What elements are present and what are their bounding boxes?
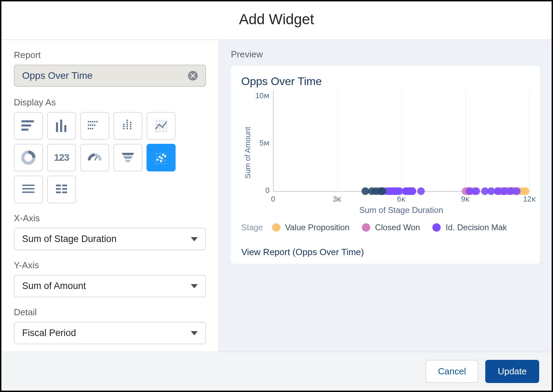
x-tick: 9ᴋ xyxy=(461,195,470,204)
svg-rect-25 xyxy=(126,120,128,121)
y-axis-ticks: 10ᴍ 5ᴍ 0 xyxy=(252,91,273,195)
horizontal-bar-icon xyxy=(20,118,37,134)
data-point xyxy=(513,187,521,195)
data-point xyxy=(472,187,480,195)
y-axis-label: Y-Axis xyxy=(14,260,206,271)
data-point xyxy=(522,187,529,195)
legend-label: Id. Decision Mak xyxy=(446,223,507,232)
svg-rect-15 xyxy=(88,128,89,129)
chart-type-table-lines[interactable] xyxy=(14,176,43,203)
report-value: Opps Over Time xyxy=(22,70,93,81)
line-chart-icon xyxy=(153,118,169,134)
svg-point-51 xyxy=(159,156,161,158)
svg-rect-5 xyxy=(64,125,66,132)
x-tick: 3ᴋ xyxy=(333,195,341,204)
svg-rect-12 xyxy=(90,124,91,126)
legend-swatch xyxy=(432,223,441,232)
svg-rect-2 xyxy=(21,129,28,131)
x-axis-title: Sum of Stage Duration xyxy=(273,205,529,215)
svg-rect-1 xyxy=(21,124,31,127)
report-select[interactable]: Opps Over Time xyxy=(14,65,206,87)
svg-rect-0 xyxy=(21,120,34,122)
scatter-icon xyxy=(153,149,169,166)
config-panel: Report Opps Over Time Display As xyxy=(1,40,219,352)
chart-type-line[interactable] xyxy=(147,112,176,140)
svg-rect-20 xyxy=(123,124,124,125)
x-axis-label: X-Axis xyxy=(14,213,206,224)
funnel-icon xyxy=(120,149,136,166)
svg-point-52 xyxy=(161,157,163,159)
chart-type-scatter[interactable] xyxy=(147,144,176,171)
legend-title: Stage xyxy=(241,223,263,232)
view-report-link[interactable]: View Report (Opps Over Time) xyxy=(241,247,529,258)
modal-title: Add Widget xyxy=(1,1,552,40)
chart-type-gauge[interactable] xyxy=(80,144,109,171)
preview-card: Opps Over Time Sum of Amount 10ᴍ 5ᴍ 0 03… xyxy=(231,66,540,264)
svg-rect-14 xyxy=(94,124,95,126)
chevron-down-icon xyxy=(191,237,198,241)
chart-legend: Stage Value Proposition Closed Won Id. D… xyxy=(241,223,529,232)
svg-rect-61 xyxy=(56,188,61,190)
chart-type-metric[interactable]: 123 xyxy=(47,144,76,171)
svg-rect-29 xyxy=(130,122,131,123)
chart-type-stacked-hbar[interactable] xyxy=(80,112,109,140)
svg-rect-21 xyxy=(126,128,128,129)
legend-swatch xyxy=(272,223,280,232)
chart-type-vertical-bar[interactable] xyxy=(47,112,76,140)
modal-body: Report Opps Over Time Display As xyxy=(1,40,552,352)
table-grid-icon xyxy=(53,181,70,198)
svg-rect-27 xyxy=(130,126,131,127)
close-icon xyxy=(190,73,195,78)
chart-type-table-grid[interactable] xyxy=(47,176,76,203)
svg-rect-4 xyxy=(60,120,62,132)
x-tick: 6ᴋ xyxy=(397,195,405,204)
svg-rect-3 xyxy=(56,122,58,132)
update-button[interactable]: Update xyxy=(485,360,539,383)
svg-point-55 xyxy=(160,160,162,162)
x-axis-select[interactable]: Sum of Stage Duration xyxy=(14,228,206,250)
y-tick: 10ᴍ xyxy=(252,91,270,100)
stacked-hbar-icon xyxy=(86,118,103,134)
y-tick: 5ᴍ xyxy=(252,139,270,148)
clear-report-button[interactable] xyxy=(188,71,198,81)
data-point xyxy=(387,187,395,195)
donut-chart-icon xyxy=(20,149,37,166)
legend-label: Closed Won xyxy=(375,223,420,232)
detail-select[interactable]: Fiscal Period xyxy=(14,322,206,344)
data-point xyxy=(417,187,425,195)
add-widget-modal: Add Widget Report Opps Over Time Display… xyxy=(0,0,553,392)
chart-type-horizontal-bar[interactable] xyxy=(14,112,43,140)
svg-marker-40 xyxy=(122,153,134,155)
y-axis-select[interactable]: Sum of Amount xyxy=(14,275,206,297)
svg-rect-22 xyxy=(126,126,128,127)
svg-rect-64 xyxy=(62,192,67,193)
svg-point-53 xyxy=(162,154,164,156)
svg-line-39 xyxy=(95,157,97,160)
chart-type-funnel[interactable] xyxy=(113,144,142,171)
chevron-down-icon xyxy=(191,284,198,288)
svg-rect-60 xyxy=(62,185,67,186)
svg-rect-24 xyxy=(126,122,128,123)
x-tick: 12ᴋ xyxy=(523,195,536,204)
x-tick: 0 xyxy=(271,195,275,204)
modal-footer: Cancel Update xyxy=(1,352,552,391)
legend-label: Value Proposition xyxy=(285,223,349,232)
svg-rect-10 xyxy=(96,121,97,122)
chart-type-donut[interactable] xyxy=(14,144,43,171)
svg-rect-16 xyxy=(90,128,91,129)
x-axis-value: Sum of Stage Duration xyxy=(22,234,116,244)
data-point xyxy=(409,187,416,195)
svg-rect-7 xyxy=(90,121,91,122)
table-lines-icon xyxy=(20,181,37,198)
svg-rect-8 xyxy=(92,121,93,122)
svg-rect-62 xyxy=(62,188,67,190)
metric-icon: 123 xyxy=(54,152,69,163)
preview-panel: Preview Opps Over Time Sum of Amount 10ᴍ… xyxy=(219,40,552,352)
data-point xyxy=(379,187,386,195)
svg-marker-42 xyxy=(125,160,131,162)
chevron-down-icon xyxy=(191,331,198,335)
cancel-button[interactable]: Cancel xyxy=(425,360,478,383)
chart-type-grid: 123 xyxy=(14,112,206,203)
display-as-label: Display As xyxy=(14,97,206,108)
chart-type-stacked-vbar[interactable] xyxy=(113,112,142,140)
